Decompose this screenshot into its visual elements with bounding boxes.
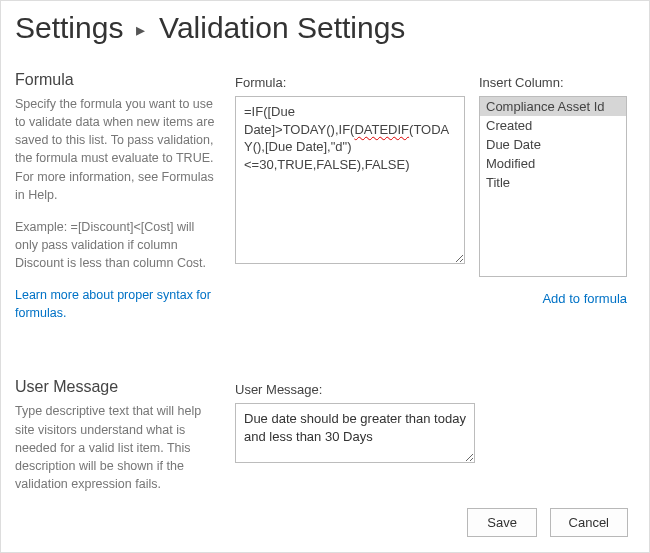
user-message-textarea[interactable] bbox=[235, 403, 475, 463]
formula-section-title: Formula bbox=[15, 71, 219, 89]
breadcrumb-settings-link[interactable]: Settings bbox=[15, 11, 123, 44]
insert-column-label: Insert Column: bbox=[479, 75, 627, 90]
user-message-section-title: User Message bbox=[15, 378, 219, 396]
formula-textarea[interactable]: =IF([Due Date]>TODAY(),IF(DATEDIF(TODAY(… bbox=[235, 96, 465, 264]
chevron-right-icon: ▸ bbox=[136, 20, 145, 40]
page-title: Validation Settings bbox=[159, 11, 405, 44]
formula-field-label: Formula: bbox=[235, 75, 465, 90]
save-button[interactable]: Save bbox=[467, 508, 537, 537]
column-option[interactable]: Created bbox=[480, 116, 626, 135]
column-option[interactable]: Modified bbox=[480, 154, 626, 173]
cancel-button[interactable]: Cancel bbox=[550, 508, 628, 537]
button-row: Save Cancel bbox=[459, 508, 628, 537]
insert-column-listbox[interactable]: Compliance Asset IdCreatedDue DateModifi… bbox=[479, 96, 627, 277]
formula-help-2: Example: =[Discount]<[Cost] will only pa… bbox=[15, 218, 219, 272]
user-message-help: Type descriptive text that will help sit… bbox=[15, 402, 219, 493]
column-option[interactable]: Due Date bbox=[480, 135, 626, 154]
breadcrumb: Settings ▸ Validation Settings bbox=[1, 1, 649, 53]
formula-help-1: Specify the formula you want to use to v… bbox=[15, 95, 219, 204]
add-to-formula-link[interactable]: Add to formula bbox=[542, 291, 627, 306]
column-option[interactable]: Compliance Asset Id bbox=[480, 97, 626, 116]
column-option[interactable]: Title bbox=[480, 173, 626, 192]
user-message-field-label: User Message: bbox=[235, 382, 475, 397]
syntax-help-link[interactable]: Learn more about proper syntax for formu… bbox=[15, 286, 219, 322]
